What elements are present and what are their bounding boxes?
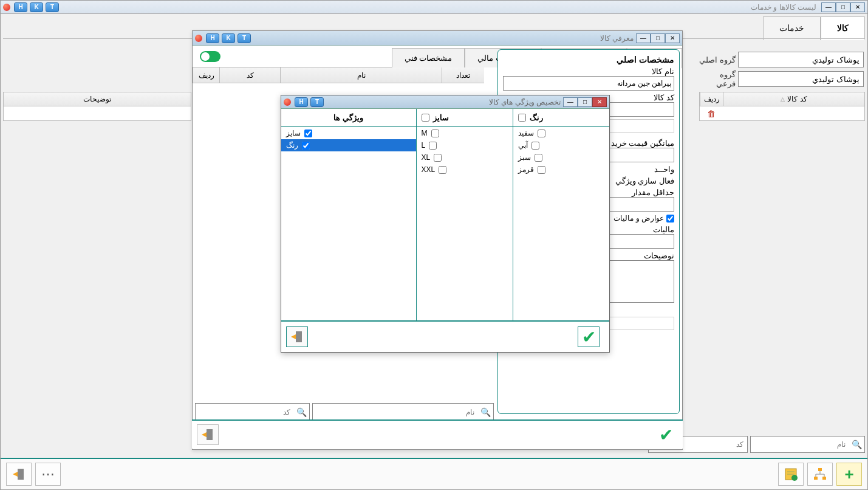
color-all-checkbox[interactable] <box>518 114 526 122</box>
th-name[interactable]: نام <box>280 67 442 83</box>
list-item[interactable]: رنگ <box>281 139 416 151</box>
search-icon: 🔍 <box>478 407 493 417</box>
plus-icon: + <box>844 465 853 484</box>
inner-footer: ✔ <box>281 322 609 352</box>
exit-button[interactable] <box>6 463 32 486</box>
item-checkbox[interactable] <box>439 166 446 174</box>
exit-button[interactable] <box>197 424 219 445</box>
outer-titlebar: H K T لیست کالاها و خدمات — □ ✕ <box>1 1 867 14</box>
item-label: سايز <box>286 129 301 137</box>
size-all-checkbox[interactable] <box>422 114 429 122</box>
confirm-button[interactable]: ✔ <box>578 326 600 347</box>
maximize-button[interactable]: □ <box>578 97 592 107</box>
svg-point-4 <box>791 475 798 481</box>
item-checkbox[interactable] <box>538 166 545 174</box>
item-checkbox[interactable] <box>302 142 310 150</box>
th-count[interactable]: تعداد <box>442 67 484 83</box>
list-item[interactable]: L <box>417 139 513 151</box>
confirm-button[interactable]: ✔ <box>659 425 673 445</box>
toggle-main-spec[interactable] <box>200 51 220 62</box>
name-input[interactable] <box>503 76 674 91</box>
list-item[interactable]: XXL <box>417 164 513 176</box>
list-headers: کد کالا△ رديف <box>699 92 865 106</box>
svg-rect-8 <box>207 429 213 440</box>
exit-button[interactable] <box>286 326 308 347</box>
hotkey-k[interactable]: K <box>30 2 43 12</box>
trash-icon[interactable]: 🗑 <box>700 106 723 120</box>
minimize-button[interactable]: — <box>636 33 651 43</box>
tab-tech-spec[interactable]: مشخصات فني <box>392 48 465 67</box>
list-item[interactable]: قرمز <box>513 164 609 176</box>
add-button[interactable]: + <box>836 463 862 486</box>
item-checkbox[interactable] <box>304 129 312 137</box>
maximize-button[interactable]: □ <box>651 33 665 43</box>
item-checkbox[interactable] <box>535 154 542 162</box>
col-code[interactable]: کد کالا△ <box>723 92 864 106</box>
mid-search-code-input[interactable] <box>196 404 294 421</box>
close-button[interactable]: ✕ <box>850 2 865 12</box>
item-checkbox[interactable] <box>431 129 439 137</box>
outer-search-row: 🔍 <box>684 436 865 453</box>
search-name[interactable]: 🔍 <box>750 436 865 453</box>
minimize-button[interactable]: — <box>821 2 836 12</box>
list-item[interactable]: آبي <box>513 139 609 151</box>
close-dot-icon[interactable] <box>195 35 202 42</box>
hotkey-h[interactable]: H <box>206 33 219 43</box>
outer-footer: ⋯ + <box>1 458 867 489</box>
hotkey-t[interactable]: T <box>238 33 251 43</box>
features-header: ويژگي ها <box>281 109 416 127</box>
th-code[interactable]: کد <box>219 67 280 83</box>
outer-tabs: کالا خدمات <box>763 16 865 40</box>
report-icon <box>784 467 798 481</box>
list-item[interactable]: سايز <box>281 127 416 139</box>
col-row[interactable]: رديف <box>700 92 723 106</box>
exit-icon <box>290 330 304 344</box>
tab-kala[interactable]: کالا <box>821 16 865 40</box>
tax-checkbox[interactable] <box>666 215 674 223</box>
hotkey-h[interactable]: H <box>295 97 308 107</box>
search-name-input[interactable] <box>751 437 849 452</box>
mid-search-name[interactable]: 🔍 <box>312 403 494 421</box>
svg-rect-0 <box>18 469 24 480</box>
tax-cb-label: عوارض و ماليات <box>613 214 664 223</box>
exit-icon <box>200 427 215 442</box>
minimize-button[interactable]: — <box>563 97 578 107</box>
size-column: سايز MLXLXXL <box>416 109 513 320</box>
item-label: قرمز <box>518 165 534 174</box>
close-dot-icon[interactable] <box>284 98 291 106</box>
mid-footer: ✔ <box>192 419 683 449</box>
hotkey-h[interactable]: H <box>14 2 27 12</box>
item-label: آبي <box>518 141 528 150</box>
list-item[interactable]: سفيد <box>513 127 609 139</box>
list-row[interactable]: 🗑 <box>699 106 865 121</box>
list-item[interactable]: XL <box>417 151 513 164</box>
group-sub-input[interactable] <box>738 71 864 87</box>
close-dot-icon[interactable] <box>3 4 10 11</box>
item-checkbox[interactable] <box>434 154 442 162</box>
list-item[interactable]: سبز <box>513 151 609 164</box>
mid-search-name-input[interactable] <box>313 404 478 421</box>
report-button[interactable] <box>778 463 804 486</box>
mid-titlebar: H K T معرفي کالا — □ ✕ <box>193 31 682 46</box>
tree-icon <box>813 467 827 481</box>
svg-rect-9 <box>296 331 302 342</box>
tree-button[interactable] <box>807 463 833 486</box>
hotkey-t[interactable]: T <box>46 2 59 12</box>
desc-body <box>3 106 191 121</box>
group-main-input[interactable] <box>738 52 864 67</box>
close-button[interactable]: ✕ <box>665 33 680 43</box>
tab-khadamat[interactable]: خدمات <box>763 16 821 40</box>
svg-rect-5 <box>818 468 822 471</box>
item-checkbox[interactable] <box>531 142 539 150</box>
item-checkbox[interactable] <box>538 129 545 137</box>
group-sub-label: گروه فرعي <box>699 70 736 88</box>
hotkey-k[interactable]: K <box>222 33 235 43</box>
mid-search-code[interactable]: 🔍 <box>195 403 310 421</box>
list-item[interactable]: M <box>417 127 513 139</box>
more-button[interactable]: ⋯ <box>35 463 61 486</box>
close-button[interactable]: ✕ <box>592 97 607 107</box>
maximize-button[interactable]: □ <box>836 2 850 12</box>
th-row[interactable]: رديف <box>193 67 219 83</box>
hotkey-t[interactable]: T <box>310 97 324 107</box>
item-checkbox[interactable] <box>429 142 437 150</box>
